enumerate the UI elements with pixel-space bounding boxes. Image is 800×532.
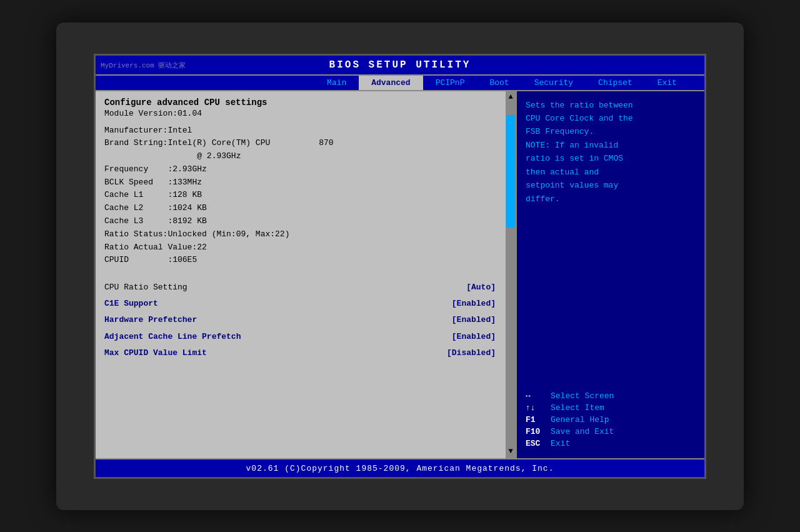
key-help: ↔ Select Screen ↑↓ Select Item F1 Genera…: [526, 391, 696, 451]
key-select-screen: ↔ Select Screen: [526, 391, 696, 401]
setting-cpuid-limit[interactable]: Max CPUID Value Limit [Disabled]: [104, 345, 496, 361]
setting-value-hw-prefetch: [Enabled]: [452, 313, 496, 327]
info-block: Manufacturer:Intel Brand String:Intel(R)…: [104, 124, 507, 268]
bios-title: BIOS SETUP UTILITY: [329, 59, 471, 71]
setting-c1e[interactable]: C1E Support [Enabled]: [104, 296, 496, 312]
help-text: Sets the ratio between CPU Core Clock an…: [526, 99, 696, 384]
setting-label-cpuid-limit: Max CPUID Value Limit: [104, 346, 207, 360]
title-bar: BIOS SETUP UTILITY: [96, 56, 704, 76]
section-title: Configure advanced CPU settings: [104, 98, 507, 108]
key-sym-updown: ↑↓: [526, 403, 551, 413]
tab-exit[interactable]: Exit: [645, 76, 689, 90]
left-panel: Configure advanced CPU settings Module V…: [96, 91, 517, 458]
setting-label-cpu-ratio: CPU Ratio Setting: [104, 281, 188, 294]
info-cache-l1: Cache L1 :128 KB: [104, 189, 507, 202]
scroll-down-arrow[interactable]: ▼: [508, 447, 512, 456]
setting-value-adj-cache: [Enabled]: [452, 330, 496, 344]
info-ratio-actual: Ratio Actual Value:22: [104, 241, 507, 254]
key-desc-screen: Select Screen: [551, 391, 614, 401]
scrollbar-thumb[interactable]: [506, 115, 515, 228]
key-sym-esc: ESC: [526, 439, 551, 448]
footer-text: v02.61 (C)Copyright 1985-2009, American …: [246, 464, 554, 473]
setting-value-c1e: [Enabled]: [452, 297, 496, 311]
info-bclk: BCLK Speed :133MHz: [104, 176, 507, 189]
tab-main[interactable]: Main: [314, 76, 359, 90]
tab-chipset[interactable]: Chipset: [586, 76, 645, 90]
scroll-up-arrow[interactable]: ▲: [507, 91, 514, 103]
key-general-help: F1 General Help: [526, 415, 696, 424]
settings-area: CPU Ratio Setting [Auto] C1E Support [En…: [104, 279, 507, 361]
setting-value-cpuid-limit: [Disabled]: [447, 346, 496, 360]
setting-label-c1e: C1E Support: [104, 297, 158, 311]
watermark: MyDrivers.com 驱动之家: [101, 61, 186, 70]
tab-boot[interactable]: Boot: [477, 76, 521, 90]
module-version: Module Version:01.04: [104, 109, 507, 118]
info-cpuid: CPUID :106E5: [104, 254, 507, 267]
key-desc-help: General Help: [551, 415, 609, 424]
scrollbar[interactable]: ▲ ▼: [506, 91, 516, 458]
bios-screen: MyDrivers.com 驱动之家 BIOS SETUP UTILITY Ma…: [94, 54, 706, 479]
key-escape: ESC Exit: [526, 439, 696, 448]
setting-label-adj-cache: Adjacent Cache Line Prefetch: [104, 330, 241, 344]
key-sym-f10: F10: [526, 427, 551, 436]
key-desc-save: Save and Exit: [551, 427, 614, 436]
setting-cpu-ratio[interactable]: CPU Ratio Setting [Auto]: [104, 279, 496, 296]
info-brand2: @ 2.93GHz: [104, 150, 507, 163]
setting-hw-prefetch[interactable]: Hardware Prefetcher [Enabled]: [104, 312, 496, 328]
key-sym-f1: F1: [526, 415, 551, 424]
key-desc-exit: Exit: [551, 439, 570, 448]
main-content: Configure advanced CPU settings Module V…: [96, 91, 704, 458]
info-frequency: Frequency :2.93GHz: [104, 163, 507, 176]
key-desc-item: Select Item: [551, 403, 604, 413]
info-ratio-status: Ratio Status:Unlocked (Min:09, Max:22): [104, 228, 507, 241]
tab-row: Main Advanced PCIPnP Boot Security Chips…: [96, 76, 704, 91]
info-brand: Brand String:Intel(R) Core(TM) CPU 870: [104, 137, 507, 150]
info-manufacturer: Manufacturer:Intel: [104, 124, 507, 138]
monitor: MyDrivers.com 驱动之家 BIOS SETUP UTILITY Ma…: [56, 23, 744, 510]
key-save-exit: F10 Save and Exit: [526, 427, 696, 436]
setting-adj-cache[interactable]: Adjacent Cache Line Prefetch [Enabled]: [104, 329, 496, 345]
tab-advanced[interactable]: Advanced: [359, 76, 422, 90]
right-panel: Sets the ratio between CPU Core Clock an…: [517, 91, 704, 458]
tab-security[interactable]: Security: [522, 76, 586, 90]
info-cache-l3: Cache L3 :8192 KB: [104, 215, 507, 228]
key-sym-arrows: ↔: [526, 391, 551, 401]
info-cache-l2: Cache L2 :1024 KB: [104, 202, 507, 215]
setting-label-hw-prefetch: Hardware Prefetcher: [104, 313, 197, 327]
key-select-item: ↑↓ Select Item: [526, 403, 696, 413]
setting-value-cpu-ratio: [Auto]: [466, 281, 496, 294]
tab-pci[interactable]: PCIPnP: [423, 76, 478, 90]
footer: v02.61 (C)Copyright 1985-2009, American …: [96, 458, 704, 477]
